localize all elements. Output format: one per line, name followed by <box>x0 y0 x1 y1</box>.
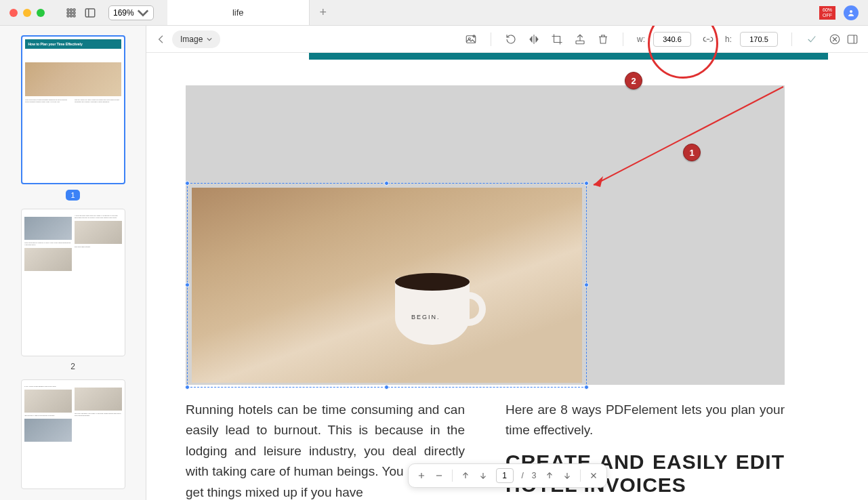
svg-point-7 <box>70 15 73 17</box>
back-button[interactable] <box>156 34 167 45</box>
resize-handle-tr[interactable] <box>584 181 589 186</box>
resize-handle-tm[interactable] <box>384 181 389 186</box>
thumb1-title: How to Plan your Time Effectively <box>25 39 121 49</box>
object-type-select[interactable]: Image <box>172 30 220 48</box>
chevron-down-icon <box>207 37 212 42</box>
page-total: 3 <box>532 471 537 480</box>
svg-rect-14 <box>576 41 584 44</box>
svg-rect-9 <box>85 9 95 17</box>
page-navigation: / 3 <box>407 463 606 488</box>
sidebar-toggle-icon[interactable] <box>84 7 96 19</box>
zoom-out-icon[interactable] <box>434 471 443 480</box>
annotation-step-1: 1 <box>683 144 701 161</box>
close-nav-icon[interactable] <box>589 471 598 480</box>
height-input[interactable] <box>740 32 778 47</box>
toggle-right-panel-icon[interactable] <box>846 33 859 45</box>
delete-icon[interactable] <box>597 33 609 45</box>
new-tab-button[interactable]: + <box>310 0 337 25</box>
svg-rect-16 <box>848 35 857 43</box>
rotate-icon[interactable] <box>505 33 517 45</box>
svg-point-1 <box>70 9 73 11</box>
page-input[interactable] <box>495 468 513 483</box>
next-page-icon[interactable] <box>562 471 572 480</box>
svg-point-8 <box>73 15 75 17</box>
mug-graphic: BEGIN. <box>391 265 486 353</box>
svg-point-0 <box>67 9 69 11</box>
thumbnails-sidebar[interactable]: How to Plan your Time Effectively Lorem … <box>0 26 146 500</box>
minimize-window[interactable] <box>23 9 31 17</box>
page-header-bar <box>309 53 828 60</box>
selected-image[interactable]: BEGIN. <box>187 183 587 388</box>
right-intro: Here are 8 ways PDFelement lets you plan… <box>505 402 785 437</box>
cancel-icon[interactable] <box>829 33 841 45</box>
svg-point-6 <box>67 15 69 17</box>
confirm-icon[interactable] <box>806 33 818 45</box>
tab-label: life <box>232 7 244 18</box>
resize-handle-br[interactable] <box>584 385 589 390</box>
svg-point-11 <box>850 10 852 13</box>
resize-handle-bl[interactable] <box>185 385 190 390</box>
close-window[interactable] <box>9 9 18 17</box>
height-label: h: <box>725 35 732 44</box>
annotation-step-2: 2 <box>625 72 642 89</box>
svg-point-2 <box>73 9 75 11</box>
crop-icon[interactable] <box>551 33 563 45</box>
promo-badge[interactable]: 60% OFF <box>819 6 835 20</box>
svg-point-3 <box>67 12 69 14</box>
resize-handle-tl[interactable] <box>185 181 190 186</box>
page-sep: / <box>521 471 523 480</box>
page-thumbnail-1[interactable]: How to Plan your Time Effectively Lorem … <box>21 35 125 184</box>
resize-handle-ml[interactable] <box>185 283 190 287</box>
fullscreen-window[interactable] <box>37 9 45 17</box>
account-avatar[interactable] <box>844 5 859 20</box>
page-num-2: 2 <box>0 362 146 371</box>
svg-point-4 <box>70 12 73 14</box>
chevron-down-icon <box>137 7 149 19</box>
document-tab[interactable]: life <box>167 0 310 25</box>
prev-page-icon[interactable] <box>545 471 554 480</box>
zoom-in-icon[interactable] <box>416 471 426 480</box>
svg-point-5 <box>73 12 75 14</box>
width-label: w: <box>637 35 645 44</box>
mug-label: BEGIN. <box>411 314 440 320</box>
resize-handle-bm[interactable] <box>384 385 389 390</box>
flip-icon[interactable] <box>528 33 540 45</box>
zoom-value: 169% <box>113 8 134 18</box>
zoom-select[interactable]: 169% <box>108 5 154 20</box>
export-icon[interactable] <box>574 33 586 45</box>
resize-handle-mr[interactable] <box>584 283 589 287</box>
grid-icon[interactable] <box>65 7 77 19</box>
first-page-icon[interactable] <box>460 471 470 480</box>
last-page-icon[interactable] <box>478 471 487 480</box>
object-type-label: Image <box>180 35 203 44</box>
page-thumbnail-2[interactable]: Lorem ipsum dolor sit AUTOFILL FACILITY … <box>21 209 125 356</box>
page-thumbnail-3[interactable]: EASILY PRINT HOTEL RESERVATION FORM lore… <box>21 379 125 489</box>
replace-image-icon[interactable] <box>465 33 477 45</box>
page-num-1: 1 <box>0 190 146 201</box>
